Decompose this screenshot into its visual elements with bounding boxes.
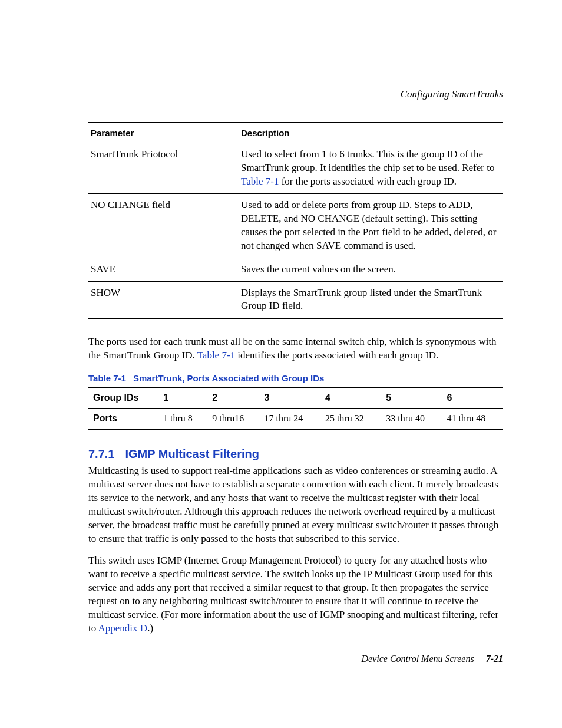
ports-cell: 41 thru 48 (442, 409, 503, 430)
body-text: identifies the ports associated with eac… (235, 350, 438, 361)
param-name: NO CHANGE field (88, 193, 239, 258)
running-header: Configuring SmartTrunks (88, 88, 503, 100)
body-paragraph: Multicasting is used to support real-tim… (88, 465, 503, 546)
row-header-group-ids: Group IDs (88, 387, 158, 409)
footer-title: Device Control Menu Screens (361, 654, 474, 664)
parameter-table: Parameter Description SmartTrunk Priotoc… (88, 122, 503, 319)
param-name: SHOW (88, 281, 239, 318)
param-name: SmartTrunk Priotocol (88, 143, 239, 194)
param-desc: Used to add or delete ports from group I… (239, 193, 503, 258)
table-row: NO CHANGE field Used to add or delete po… (88, 193, 503, 258)
body-paragraph: The ports used for each trunk must all b… (88, 335, 503, 363)
col-header: 2 (207, 387, 259, 409)
body-text: This switch uses IGMP (Internet Group Ma… (88, 555, 498, 634)
ports-cell: 17 thru 24 (260, 409, 320, 430)
group-ids-table: Group IDs 1 2 3 4 5 6 Ports 1 thru 8 9 t… (88, 387, 503, 430)
xref-appendix-d[interactable]: Appendix D (98, 622, 148, 634)
col-header-description: Description (239, 123, 503, 143)
col-header: 4 (320, 387, 381, 409)
section-number: 7.7.1 (88, 447, 114, 460)
table-header-row: Parameter Description (88, 123, 503, 143)
table-header-row: Group IDs 1 2 3 4 5 6 (88, 387, 503, 409)
table-row: Ports 1 thru 8 9 thru16 17 thru 24 25 th… (88, 409, 503, 430)
page-number: 7-21 (486, 654, 503, 664)
param-desc: Saves the current values on the screen. (239, 258, 503, 281)
desc-text: for the ports associated with each group… (279, 176, 457, 187)
ports-cell: 1 thru 8 (158, 409, 208, 430)
param-desc: Used to select from 1 to 6 trunks. This … (239, 143, 503, 194)
col-header: 3 (260, 387, 320, 409)
header-rule (88, 104, 503, 104)
col-header: 1 (158, 387, 208, 409)
body-paragraph: This switch uses IGMP (Internet Group Ma… (88, 554, 503, 635)
table-title: SmartTrunk, Ports Associated with Group … (133, 373, 325, 383)
ports-cell: 25 thru 32 (320, 409, 381, 430)
section-title: IGMP Multicast Filtering (125, 447, 259, 460)
row-header-ports: Ports (88, 409, 158, 430)
table-label: Table 7-1 (88, 373, 126, 383)
ports-cell: 9 thru16 (207, 409, 259, 430)
col-header: 6 (442, 387, 503, 409)
ports-cell: 33 thru 40 (381, 409, 442, 430)
page-footer: Device Control Menu Screens 7-21 (361, 654, 503, 664)
table-row: SmartTrunk Priotocol Used to select from… (88, 143, 503, 194)
param-name: SAVE (88, 258, 239, 281)
desc-text: Used to select from 1 to 6 trunks. This … (241, 149, 494, 173)
col-header-parameter: Parameter (88, 123, 239, 143)
page: Configuring SmartTrunks Parameter Descri… (0, 0, 562, 728)
table-row: SAVE Saves the current values on the scr… (88, 258, 503, 281)
body-text: .) (147, 622, 153, 634)
col-header: 5 (381, 387, 442, 409)
xref-table-7-1[interactable]: Table 7-1 (197, 350, 235, 361)
param-desc: Displays the SmartTrunk group listed und… (239, 281, 503, 318)
table-row: SHOW Displays the SmartTrunk group liste… (88, 281, 503, 318)
table-caption: Table 7-1SmartTrunk, Ports Associated wi… (88, 373, 503, 383)
section-heading: 7.7.1IGMP Multicast Filtering (88, 447, 503, 461)
xref-table-7-1[interactable]: Table 7-1 (241, 176, 279, 187)
